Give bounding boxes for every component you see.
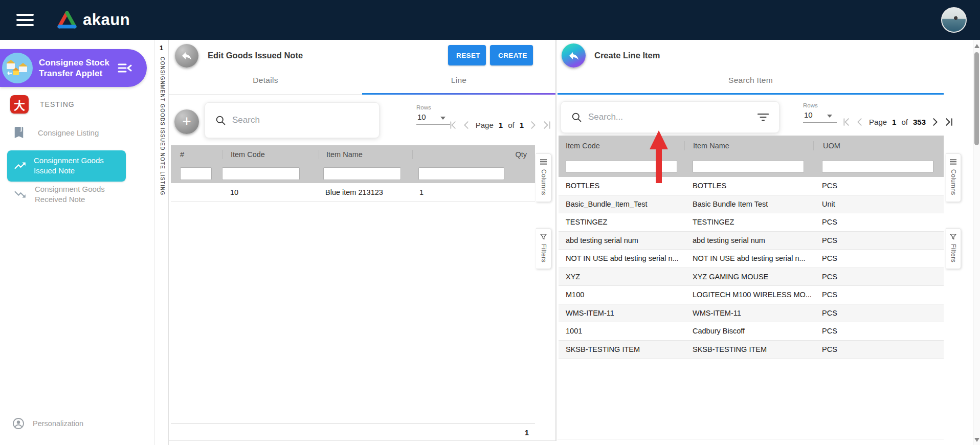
sidebar-item-goods-issued-note[interactable]: Consignment Goods Issued Note [7, 150, 126, 182]
table-row[interactable]: 10 Blue item 213123 1 [171, 183, 535, 202]
cell-uom: PCS [813, 273, 944, 281]
table-row[interactable]: SKSB-TESTING ITEM SKSB-TESTING ITEM PCS [559, 341, 944, 359]
back-button[interactable] [175, 44, 198, 68]
back-button[interactable] [562, 43, 586, 68]
caret-down-icon [440, 117, 446, 120]
col-header-item-code: Item Code [559, 142, 684, 150]
table-row[interactable]: BOTTLES BOTTLES PCS [559, 177, 944, 195]
cell-item-name: SKSB-TESTING ITEM [684, 345, 813, 353]
rows-select[interactable]: 10 [803, 108, 837, 123]
filter-list-icon[interactable] [758, 113, 769, 122]
cell-item-code: M100 [559, 291, 684, 299]
back-arrow-icon [181, 50, 193, 62]
sidebar-item-personalization[interactable]: Personalization [12, 417, 83, 430]
plus-icon: + [182, 114, 191, 129]
columns-icon [949, 159, 957, 166]
panel-bottom-border [558, 439, 944, 439]
filter-input-index[interactable] [180, 167, 212, 180]
filter-input-item-name[interactable] [693, 160, 804, 173]
cell-uom: Unit [813, 200, 944, 208]
col-header-uom: UOM [814, 142, 944, 150]
active-tab-indicator [362, 93, 555, 95]
funnel-icon [949, 233, 957, 240]
cell-item-name: abd testing serial num [684, 236, 813, 244]
last-page-button[interactable] [945, 118, 953, 126]
back-arrow-icon [568, 50, 580, 62]
item-pagination: Page 1 of 353 [841, 118, 953, 126]
funnel-icon [540, 233, 547, 240]
prev-page-button[interactable] [855, 118, 864, 126]
create-button[interactable]: CREATE [490, 45, 533, 65]
add-line-button[interactable]: + [174, 109, 199, 134]
user-avatar[interactable] [941, 7, 967, 33]
rows-select[interactable]: 10 [416, 110, 450, 125]
cell-item-code: NOT IN USE abd testing serial n... [559, 254, 684, 262]
collapse-sidebar-icon[interactable] [118, 62, 132, 74]
table-row[interactable]: WMS-ITEM-11 WMS-ITEM-11 PCS [559, 304, 944, 323]
line-search-input[interactable] [232, 115, 369, 125]
col-header-index: # [171, 150, 222, 159]
table-row[interactable]: XYZ XYZ GAMING MOUSE PCS [559, 268, 944, 286]
next-page-button[interactable] [931, 118, 940, 126]
columns-side-tab[interactable]: Columns [536, 153, 551, 202]
total-pages: 353 [913, 118, 926, 126]
table-row[interactable]: abd testing serial num abd testing seria… [559, 232, 944, 250]
filter-input-item-code[interactable] [566, 160, 677, 173]
current-page: 1 [892, 118, 896, 126]
reset-button[interactable]: RESET [448, 45, 486, 65]
scroll-up-arrow[interactable] [974, 44, 979, 48]
first-page-button[interactable] [448, 121, 457, 129]
table-row[interactable]: 1001 Cadbury Biscoff PCS [559, 322, 944, 341]
scrollbar-thumb[interactable] [974, 52, 979, 145]
item-search-input[interactable] [588, 112, 751, 122]
columns-side-tab[interactable]: Columns [946, 153, 961, 202]
cell-item-name: XYZ GAMING MOUSE [684, 273, 813, 281]
panel-divider [555, 40, 556, 441]
caret-down-icon [827, 115, 832, 118]
scroll-down-arrow[interactable] [974, 438, 979, 442]
table-row[interactable]: M100 LOGITECH M100 WIRELESS MO... PCS [559, 286, 944, 304]
first-page-button[interactable] [841, 118, 850, 126]
line-items-table: # Item Code Item Name Qty 10 [171, 145, 535, 202]
filters-side-tab[interactable]: Filters [536, 228, 551, 269]
table-filter-row [171, 164, 535, 183]
applet-header[interactable]: Consignee Stock Transfer Applet [0, 49, 147, 87]
filter-input-item-name[interactable] [323, 167, 401, 180]
rows-label: Rows [416, 104, 450, 110]
cell-item-name: Blue item 213123 [318, 188, 411, 196]
table-row[interactable]: Basic_Bundle_Item_Test Basic Bundle Item… [559, 195, 944, 214]
cell-uom: PCS [813, 327, 944, 335]
cell-item-code: 10 [222, 188, 318, 196]
item-search-table: Item Code Item Name UOM BOTTLES BOTTLES … [559, 136, 944, 359]
cell-item-name: Basic Bundle Item Test [684, 200, 813, 208]
tab-details[interactable]: Details [169, 76, 362, 85]
current-page: 1 [499, 121, 503, 129]
item-search-box [561, 101, 779, 133]
cell-item-name: WMS-ITEM-11 [684, 309, 813, 317]
table-row[interactable]: TESTINGEZ TESTINGEZ PCS [559, 213, 944, 232]
listing-tab-strip[interactable]: 1 CONSIGNMENT GOODS ISSUED NOTE LISTING [154, 40, 169, 445]
sidebar-item-testing[interactable]: 大 TESTING [10, 95, 75, 114]
brand-logo: akaun [56, 11, 130, 29]
tab-search-item[interactable]: Search Item [558, 76, 944, 85]
sidebar-item-consignee-listing[interactable]: Consignee Listing [13, 126, 99, 139]
rows-per-page-control: Rows 10 [416, 104, 450, 125]
col-header-item-code: Item Code [222, 150, 319, 159]
brand-name: akaun [83, 11, 130, 29]
vertical-scrollbar[interactable] [973, 40, 980, 445]
filters-side-tab[interactable]: Filters [946, 228, 961, 269]
listing-tab-label: CONSIGNMENT GOODS ISSUED NOTE LISTING [158, 57, 165, 195]
table-row[interactable]: NOT IN USE abd testing serial n... NOT I… [559, 250, 944, 268]
menu-icon[interactable] [16, 14, 34, 26]
panel-bottom-border [169, 440, 555, 441]
line-search-box [205, 102, 380, 138]
last-page-button[interactable] [543, 121, 551, 129]
filter-input-uom[interactable] [822, 160, 933, 173]
cell-item-code: abd testing serial num [559, 236, 684, 244]
filter-input-item-code[interactable] [222, 167, 300, 180]
tab-line[interactable]: Line [362, 76, 555, 85]
next-page-button[interactable] [529, 121, 538, 129]
prev-page-button[interactable] [462, 121, 471, 129]
filter-input-qty[interactable] [418, 167, 504, 180]
sidebar-item-goods-received-note[interactable]: Consignment Goods Received Note [13, 184, 115, 205]
